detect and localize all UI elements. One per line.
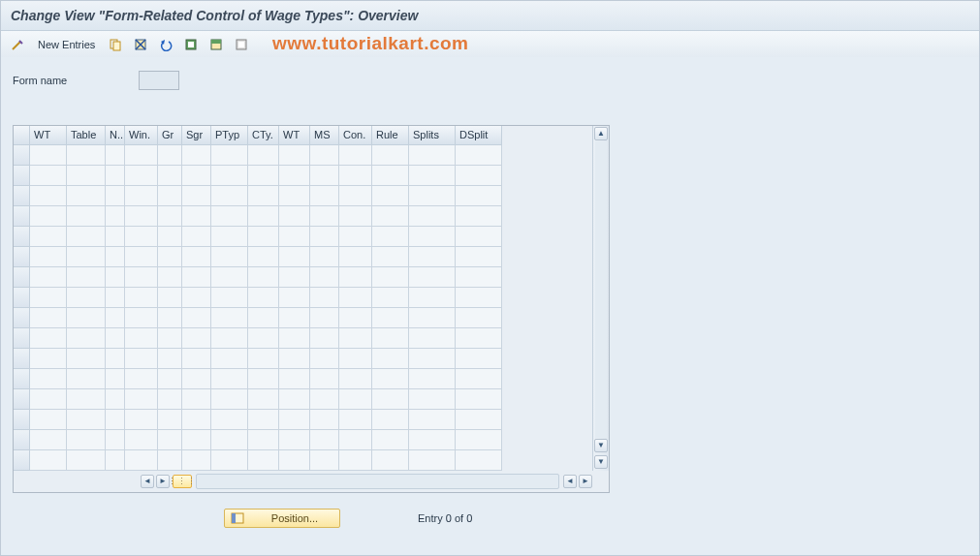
cell[interactable] bbox=[339, 227, 372, 247]
cell[interactable] bbox=[211, 227, 248, 247]
cell[interactable] bbox=[125, 389, 158, 410]
cell[interactable] bbox=[158, 166, 182, 186]
cell[interactable] bbox=[339, 349, 372, 369]
cell[interactable] bbox=[339, 206, 372, 227]
cell[interactable] bbox=[182, 369, 211, 389]
cell[interactable] bbox=[372, 288, 409, 308]
cell[interactable] bbox=[106, 389, 125, 410]
cell[interactable] bbox=[310, 389, 339, 410]
cell[interactable] bbox=[125, 430, 158, 450]
column-header[interactable]: Gr bbox=[158, 126, 182, 145]
cell[interactable] bbox=[125, 145, 158, 166]
cell[interactable] bbox=[248, 166, 279, 186]
cell[interactable] bbox=[456, 247, 502, 267]
cell[interactable] bbox=[106, 410, 125, 430]
cell[interactable] bbox=[310, 166, 339, 186]
delete-button[interactable] bbox=[130, 34, 151, 55]
cell[interactable] bbox=[279, 349, 310, 369]
cell[interactable] bbox=[125, 349, 158, 369]
scroll-left-button-2[interactable]: ◄ bbox=[563, 475, 577, 488]
cell[interactable] bbox=[310, 308, 339, 328]
cell[interactable] bbox=[30, 349, 67, 369]
cell[interactable] bbox=[125, 328, 158, 349]
cell[interactable] bbox=[158, 430, 182, 450]
cell[interactable] bbox=[158, 267, 182, 288]
cell[interactable] bbox=[372, 308, 409, 328]
row-select-handle[interactable] bbox=[14, 349, 30, 369]
scroll-right-button-2[interactable]: ► bbox=[579, 475, 592, 488]
vertical-scrollbar-track[interactable] bbox=[595, 141, 607, 438]
cell[interactable] bbox=[248, 430, 279, 450]
cell[interactable] bbox=[158, 145, 182, 166]
cell[interactable] bbox=[456, 288, 502, 308]
cell[interactable] bbox=[30, 227, 67, 247]
cell[interactable] bbox=[310, 247, 339, 267]
cell[interactable] bbox=[248, 145, 279, 166]
cell[interactable] bbox=[106, 288, 125, 308]
cell[interactable] bbox=[310, 349, 339, 369]
cell[interactable] bbox=[125, 206, 158, 227]
cell[interactable] bbox=[248, 450, 279, 471]
cell[interactable] bbox=[409, 206, 456, 227]
cell[interactable] bbox=[409, 389, 456, 410]
toggle-display-change-button[interactable] bbox=[7, 34, 28, 55]
column-header[interactable]: Win. bbox=[125, 126, 158, 145]
cell[interactable] bbox=[182, 410, 211, 430]
cell[interactable] bbox=[106, 328, 125, 349]
cell[interactable] bbox=[279, 389, 310, 410]
cell[interactable] bbox=[158, 450, 182, 471]
cell[interactable] bbox=[339, 450, 372, 471]
cell[interactable] bbox=[211, 430, 248, 450]
cell[interactable] bbox=[211, 186, 248, 206]
cell[interactable] bbox=[67, 288, 106, 308]
cell[interactable] bbox=[456, 166, 502, 186]
cell[interactable] bbox=[248, 349, 279, 369]
row-select-handle[interactable] bbox=[14, 389, 30, 410]
cell[interactable] bbox=[30, 410, 67, 430]
cell[interactable] bbox=[67, 145, 106, 166]
new-entries-button[interactable]: New Entries bbox=[32, 39, 101, 50]
cell[interactable] bbox=[339, 166, 372, 186]
cell[interactable] bbox=[125, 247, 158, 267]
cell[interactable] bbox=[409, 410, 456, 430]
cell[interactable] bbox=[211, 410, 248, 430]
cell[interactable] bbox=[409, 145, 456, 166]
cell[interactable] bbox=[158, 349, 182, 369]
cell[interactable] bbox=[279, 206, 310, 227]
cell[interactable] bbox=[248, 186, 279, 206]
row-select-handle[interactable] bbox=[14, 227, 30, 247]
cell[interactable] bbox=[211, 166, 248, 186]
scroll-down-button-2[interactable]: ▼ bbox=[594, 455, 608, 469]
cell[interactable] bbox=[106, 308, 125, 328]
cell[interactable] bbox=[125, 450, 158, 471]
cell[interactable] bbox=[248, 227, 279, 247]
cell[interactable] bbox=[211, 145, 248, 166]
cell[interactable] bbox=[182, 145, 211, 166]
cell[interactable] bbox=[409, 227, 456, 247]
column-header[interactable]: Sgr bbox=[182, 126, 211, 145]
cell[interactable] bbox=[30, 186, 67, 206]
cell[interactable] bbox=[182, 308, 211, 328]
cell[interactable] bbox=[372, 247, 409, 267]
cell[interactable] bbox=[339, 186, 372, 206]
cell[interactable] bbox=[67, 267, 106, 288]
cell[interactable] bbox=[67, 328, 106, 349]
cell[interactable] bbox=[211, 450, 248, 471]
position-button[interactable]: Position... bbox=[224, 509, 340, 528]
cell[interactable] bbox=[310, 267, 339, 288]
column-header[interactable]: Rule bbox=[372, 126, 409, 145]
cell[interactable] bbox=[211, 206, 248, 227]
cell[interactable] bbox=[182, 247, 211, 267]
cell[interactable] bbox=[182, 186, 211, 206]
cell[interactable] bbox=[248, 410, 279, 430]
cell[interactable] bbox=[182, 227, 211, 247]
cell[interactable] bbox=[310, 328, 339, 349]
cell[interactable] bbox=[456, 267, 502, 288]
cell[interactable] bbox=[106, 247, 125, 267]
form-name-field[interactable] bbox=[139, 71, 179, 90]
cell[interactable] bbox=[279, 267, 310, 288]
cell[interactable] bbox=[339, 389, 372, 410]
cell[interactable] bbox=[67, 166, 106, 186]
cell[interactable] bbox=[279, 227, 310, 247]
cell[interactable] bbox=[279, 288, 310, 308]
